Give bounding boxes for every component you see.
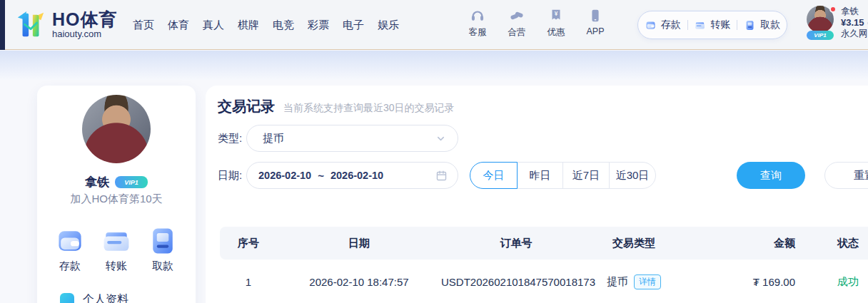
transfer-button[interactable]: 转账 xyxy=(694,19,730,31)
transaction-records-panel: 交易记录 当前系统支持查询最近30日的交易记录 类型: 提币 日期: 2026-… xyxy=(206,86,868,303)
brand-logo[interactable]: HO体育 haiouty.com xyxy=(16,9,118,41)
promotions-button[interactable]: ¥ 优惠 xyxy=(541,8,571,38)
deposit-button[interactable]: 存款 xyxy=(645,19,681,31)
currency-symbol: ₮ xyxy=(753,276,760,288)
cell-status: 成功 xyxy=(805,275,868,289)
vip-badge: VIP1 xyxy=(807,31,834,40)
type-select-value: 提币 xyxy=(263,132,435,145)
page-title: 交易记录 xyxy=(218,97,275,116)
brand-logo-icon xyxy=(16,9,46,41)
header-order-no: 订单号 xyxy=(441,237,591,250)
partner-icon xyxy=(509,8,525,24)
sidebar-deposit-button[interactable]: 存款 xyxy=(54,225,86,273)
nav-item-sports[interactable]: 体育 xyxy=(168,19,189,32)
sidebar-withdraw-button[interactable]: 取款 xyxy=(147,225,178,273)
quick-actions: 客服 合营 ¥ 优惠 APP xyxy=(463,8,610,38)
records-table: 序号 日期 订单号 交易类型 金额 状态 1 2026-02-10 18:47:… xyxy=(220,227,868,303)
mobile-app-icon xyxy=(587,8,603,24)
wallet-pill: 存款 转账 取款 xyxy=(637,11,787,39)
amount-value: 169.00 xyxy=(762,276,795,288)
brand-domain: haiouty.com xyxy=(52,29,118,40)
table-row: 1 2026-02-10 18:47:57 USDT20260210184757… xyxy=(220,260,868,303)
permanent-url-note[interactable]: 永久网 xyxy=(841,29,868,39)
partnership-label: 合营 xyxy=(508,26,526,38)
profile-name-row: 拿铁 VIP1 xyxy=(37,174,196,190)
pill-divider xyxy=(737,20,737,30)
profile-menu-label: 个人资料 xyxy=(83,292,128,303)
date-range-segments: 今日 昨日 近7日 近30日 xyxy=(470,162,656,189)
withdraw-atm-icon xyxy=(147,225,178,257)
svg-text:¥: ¥ xyxy=(555,11,558,17)
cell-datetime: 2026-02-10 18:47:57 xyxy=(277,276,441,288)
nav-item-chess[interactable]: 棋牌 xyxy=(238,19,259,32)
profile-vip-badge: VIP1 xyxy=(115,176,148,188)
profile-joined-text: 加入HO体育第10天 xyxy=(37,192,196,206)
type-label: 类型: xyxy=(218,125,242,152)
search-button[interactable]: 查询 xyxy=(737,162,805,189)
sidebar-item-profile[interactable]: 个人资料 xyxy=(60,292,128,303)
cell-type: 提币 详情 xyxy=(591,274,677,289)
pill-divider xyxy=(687,20,688,30)
app-download-button[interactable]: APP xyxy=(580,8,610,38)
main-nav: 首页 体育 真人 棋牌 电竞 彩票 电子 娱乐 xyxy=(133,0,399,50)
detail-link[interactable]: 详情 xyxy=(634,274,661,289)
header-amount: 金额 xyxy=(677,237,805,250)
range-yesterday-button[interactable]: 昨日 xyxy=(517,162,563,189)
records-title-row: 交易记录 当前系统支持查询最近30日的交易记录 xyxy=(218,97,455,116)
sidebar-transfer-label: 转账 xyxy=(106,260,127,273)
withdraw-atm-icon xyxy=(744,19,756,31)
profile-shortcuts: 存款 转账 取款 xyxy=(37,225,196,273)
date-to-value: 2026-02-10 xyxy=(330,170,383,181)
calendar-icon xyxy=(435,170,448,182)
headset-icon xyxy=(470,8,485,24)
withdraw-button[interactable]: 取款 xyxy=(744,19,780,31)
nav-item-lottery[interactable]: 彩票 xyxy=(308,19,329,32)
date-range-separator: ~ xyxy=(318,170,324,182)
window-edge-strip xyxy=(0,0,5,50)
reset-button[interactable]: 重置 xyxy=(824,162,868,189)
user-avatar[interactable]: VIP1 xyxy=(807,6,835,40)
sidebar-withdraw-label: 取款 xyxy=(152,260,173,273)
profile-card: 拿铁 VIP1 加入HO体育第10天 存款 转账 xyxy=(37,86,196,303)
nav-item-live[interactable]: 真人 xyxy=(203,19,224,32)
date-range-picker[interactable]: 2026-02-10 ~ 2026-02-10 xyxy=(246,162,458,189)
customer-service-label: 客服 xyxy=(469,26,487,38)
date-label: 日期: xyxy=(218,162,242,189)
transfer-card-icon xyxy=(694,19,706,31)
header-date: 日期 xyxy=(277,237,441,250)
deposit-wallet-icon xyxy=(54,225,86,257)
date-from-value: 2026-02-10 xyxy=(258,170,311,181)
transfer-card-icon xyxy=(101,225,132,257)
profile-avatar[interactable] xyxy=(82,95,151,163)
nav-item-entertainment[interactable]: 娱乐 xyxy=(378,19,399,32)
profile-name: 拿铁 xyxy=(85,174,109,190)
sidebar-transfer-button[interactable]: 转账 xyxy=(101,225,132,273)
top-navbar: HO体育 haiouty.com 首页 体育 真人 棋牌 电竞 彩票 电子 娱乐… xyxy=(0,0,868,50)
cell-order-no: USDT202602101847570018173 xyxy=(441,276,591,288)
page-subtitle: 当前系统支持查询最近30日的交易记录 xyxy=(283,102,455,115)
promo-ribbon-icon: ¥ xyxy=(548,8,564,24)
notification-dot xyxy=(829,6,837,13)
brand-title: HO体育 xyxy=(52,10,118,29)
user-info: 拿铁 ¥3.15 永久网 xyxy=(841,6,868,40)
header-status: 状态 xyxy=(805,237,868,250)
header-gradient-band xyxy=(0,51,868,80)
transaction-type: 提币 xyxy=(607,275,628,289)
nav-item-home[interactable]: 首页 xyxy=(133,19,154,32)
user-box: VIP1 拿铁 ¥3.15 永久网 xyxy=(807,6,868,40)
range-7days-button[interactable]: 近7日 xyxy=(562,162,610,189)
type-select[interactable]: 提币 xyxy=(246,125,458,152)
balance-amount: ¥3.15 xyxy=(841,17,864,29)
deposit-wallet-icon xyxy=(645,19,657,31)
header-index: 序号 xyxy=(220,237,277,250)
nav-item-slots[interactable]: 电子 xyxy=(343,19,364,32)
range-30days-button[interactable]: 近30日 xyxy=(609,162,656,189)
promotions-label: 优惠 xyxy=(547,26,565,38)
range-today-button[interactable]: 今日 xyxy=(470,162,518,189)
nav-item-esports[interactable]: 电竞 xyxy=(273,19,294,32)
partnership-button[interactable]: 合营 xyxy=(502,8,532,38)
chevron-down-icon xyxy=(435,133,446,144)
sidebar-deposit-label: 存款 xyxy=(59,260,81,273)
customer-service-button[interactable]: 客服 xyxy=(463,8,493,38)
deposit-label: 存款 xyxy=(661,19,681,31)
